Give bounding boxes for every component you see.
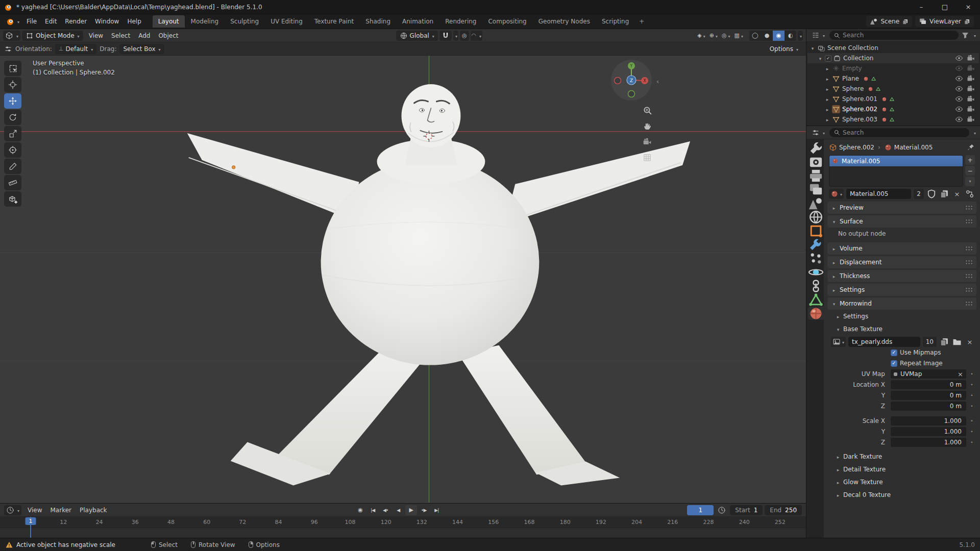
number-field[interactable]: 1.000 — [891, 438, 966, 447]
hide-in-viewport-toggle[interactable] — [955, 74, 963, 83]
panel-morrowind[interactable]: Morrowind — [827, 297, 976, 310]
properties-tab-object[interactable] — [808, 224, 824, 237]
viewport-menu-object[interactable]: Object — [154, 31, 182, 41]
material-slot-list[interactable]: Material.005 — [829, 155, 963, 187]
close-button[interactable]: × — [957, 0, 980, 14]
subpanel-base-texture[interactable]: Base Texture — [824, 323, 980, 335]
properties-tab-particles[interactable] — [808, 252, 824, 265]
subpanel-decal-0-texture[interactable]: Decal 0 Texture — [824, 489, 980, 501]
outliner-item-sphere-003[interactable]: Sphere.003 — [807, 114, 979, 124]
hide-in-viewport-toggle[interactable] — [955, 54, 963, 62]
gizmo-z-axis[interactable]: Z — [630, 78, 633, 83]
auto-keying-toggle[interactable]: ◉ — [356, 505, 365, 515]
properties-tab-tool[interactable] — [808, 141, 824, 155]
outliner-item-sphere[interactable]: Sphere — [807, 84, 979, 94]
workspace-tab-animation[interactable]: Animation — [397, 15, 439, 28]
app-menu-button[interactable] — [4, 16, 21, 27]
panel-drag-handle[interactable] — [965, 260, 973, 265]
animate-dot[interactable]: • — [969, 429, 975, 434]
gizmo-y-axis[interactable]: Y — [630, 64, 633, 68]
clear-uv-map-button[interactable] — [958, 370, 963, 378]
outliner-item-empty[interactable]: Empty — [807, 63, 979, 73]
browse-material-dropdown[interactable] — [829, 189, 844, 199]
panel-drag-handle[interactable] — [965, 205, 973, 210]
proportional-editing-toggle[interactable]: ◎ — [460, 31, 469, 41]
workspace-tab-uv-editing[interactable]: UV Editing — [265, 15, 308, 28]
number-field[interactable]: 0 m — [891, 380, 966, 389]
tool-rotate[interactable] — [4, 110, 21, 125]
timeline-ruler[interactable]: 1224364860728496108120132144156168180192… — [0, 517, 806, 528]
workspace-tab-rendering[interactable]: Rendering — [439, 15, 482, 28]
panel-drag-handle[interactable] — [965, 301, 973, 306]
image-name-field[interactable]: tx_pearly.dds — [848, 337, 920, 347]
panel-surface[interactable]: Surface — [827, 215, 976, 228]
tool-measure[interactable] — [4, 175, 21, 190]
outliner-item-plane[interactable]: Plane — [807, 73, 979, 84]
disclosure-caret-icon[interactable] — [824, 65, 830, 72]
workspace-tab-scripting[interactable]: Scripting — [596, 15, 634, 28]
object-origin[interactable] — [232, 166, 235, 169]
tool-select-box[interactable] — [4, 61, 21, 76]
shading-rendered[interactable]: ◐ — [785, 31, 796, 41]
timeline-menu-playback[interactable]: Playback — [76, 505, 111, 515]
character-model[interactable] — [187, 84, 690, 485]
pin-icon[interactable] — [967, 143, 975, 152]
subpanel-settings[interactable]: Settings — [824, 310, 980, 322]
workspace-tab-texture-paint[interactable]: Texture Paint — [309, 15, 359, 28]
playback-jump-to-start[interactable]: |◀ — [367, 505, 379, 515]
properties-tab-world[interactable] — [808, 210, 824, 223]
disclosure-caret-icon[interactable] — [824, 116, 830, 123]
minimize-button[interactable]: – — [910, 0, 933, 14]
viewport-menu-view[interactable]: View — [85, 31, 107, 41]
drag-action-dropdown[interactable]: Select Box — [119, 44, 164, 54]
shading-wireframe[interactable]: ◯ — [749, 31, 761, 41]
filter-icon[interactable] — [961, 31, 969, 39]
tool-transform[interactable] — [4, 142, 21, 158]
tool-scale[interactable] — [4, 126, 21, 141]
shading-dropdown[interactable] — [798, 31, 803, 41]
object-visibility-dropdown[interactable]: ◈ — [696, 31, 706, 40]
workspace-tab-compositing[interactable]: Compositing — [482, 15, 532, 28]
number-field[interactable]: 1.000 — [891, 416, 966, 425]
animate-dot[interactable]: • — [969, 382, 975, 387]
subpanel-glow-texture[interactable]: Glow Texture — [824, 476, 980, 488]
properties-tab-material[interactable] — [808, 307, 824, 320]
panel-drag-handle[interactable] — [965, 219, 973, 224]
disclosure-caret-icon[interactable] — [824, 75, 830, 82]
view-layer-selector[interactable]: ViewLayer — [915, 16, 974, 27]
zoom-icon[interactable] — [643, 106, 652, 115]
properties-search-input[interactable]: Search — [829, 128, 969, 137]
frame-start-field[interactable]: Start 1 — [730, 505, 763, 515]
disclosure-caret-icon[interactable] — [817, 55, 823, 62]
panel-drag-handle[interactable] — [965, 287, 973, 292]
tool-options-dropdown[interactable]: Options — [766, 44, 802, 54]
xray-toggle[interactable]: ▥ — [733, 31, 745, 40]
timeline-tracks[interactable] — [0, 528, 806, 538]
outliner-editor-type-selector[interactable] — [810, 30, 827, 40]
disable-in-renders-toggle[interactable] — [967, 95, 975, 103]
sidebar-toggle-arrow[interactable]: ‹ — [656, 78, 659, 85]
breadcrumb-material[interactable]: Material.005 — [884, 143, 933, 152]
unlink-image-button[interactable] — [965, 337, 975, 347]
outliner-collection[interactable]: Collection — [807, 53, 979, 63]
image-users-button[interactable]: 10 — [923, 337, 937, 347]
panel-settings[interactable]: Settings — [827, 284, 976, 296]
hide-in-viewport-toggle[interactable] — [955, 95, 963, 103]
pan-hand-icon[interactable] — [643, 121, 652, 131]
new-view-layer-button[interactable] — [964, 18, 970, 25]
outliner-scene-collection[interactable]: Scene Collection — [807, 43, 979, 53]
editor-type-selector[interactable] — [3, 31, 20, 41]
material-slot-material-005[interactable]: Material.005 — [829, 156, 963, 166]
timeline-editor-type-selector[interactable] — [4, 505, 21, 515]
new-image-button[interactable] — [939, 337, 949, 347]
frame-end-field[interactable]: End 250 — [765, 505, 802, 515]
toggle-perspective-icon[interactable] — [643, 153, 652, 162]
outliner-search-input[interactable]: Search — [829, 31, 959, 40]
disable-in-renders-toggle[interactable] — [967, 85, 975, 93]
properties-tab-render[interactable] — [808, 155, 824, 168]
navigation-gizmo[interactable]: Y X Z — [610, 59, 653, 102]
add-workspace-button[interactable]: + — [635, 15, 648, 28]
orientation-dropdown[interactable]: ⊥ Default — [55, 44, 96, 54]
menu-help[interactable]: Help — [123, 16, 145, 27]
gizmos-dropdown[interactable]: ⊕ — [708, 31, 719, 40]
